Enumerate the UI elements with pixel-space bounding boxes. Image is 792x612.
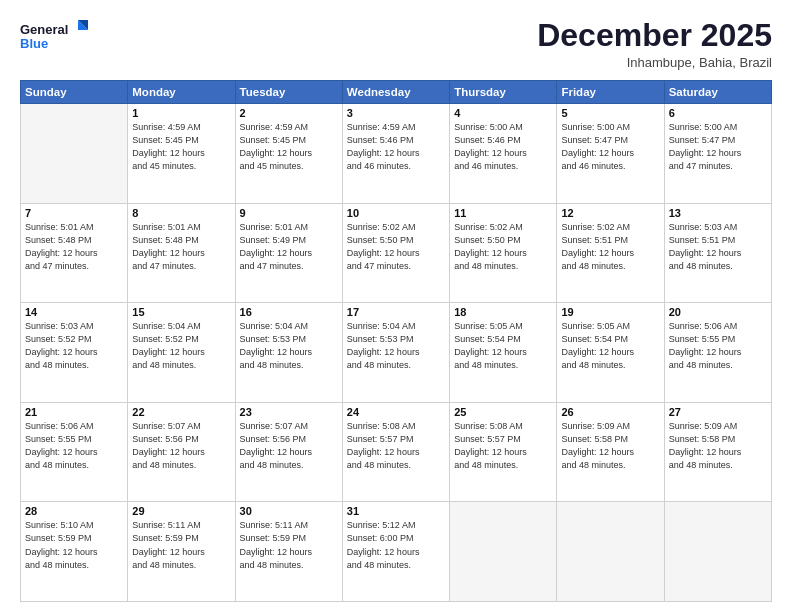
calendar-cell — [664, 502, 771, 602]
main-title: December 2025 — [537, 18, 772, 53]
day-number: 19 — [561, 306, 659, 318]
calendar-week-3: 14Sunrise: 5:03 AMSunset: 5:52 PMDayligh… — [21, 303, 772, 403]
calendar-cell — [557, 502, 664, 602]
day-info: Sunrise: 5:01 AMSunset: 5:49 PMDaylight:… — [240, 221, 338, 273]
day-info: Sunrise: 5:02 AMSunset: 5:50 PMDaylight:… — [454, 221, 552, 273]
calendar-cell: 27Sunrise: 5:09 AMSunset: 5:58 PMDayligh… — [664, 402, 771, 502]
calendar-week-5: 28Sunrise: 5:10 AMSunset: 5:59 PMDayligh… — [21, 502, 772, 602]
calendar-cell: 6Sunrise: 5:00 AMSunset: 5:47 PMDaylight… — [664, 104, 771, 204]
page: General Blue December 2025 Inhambupe, Ba… — [0, 0, 792, 612]
calendar-cell: 22Sunrise: 5:07 AMSunset: 5:56 PMDayligh… — [128, 402, 235, 502]
day-info: Sunrise: 5:04 AMSunset: 5:52 PMDaylight:… — [132, 320, 230, 372]
day-number: 2 — [240, 107, 338, 119]
day-number: 5 — [561, 107, 659, 119]
calendar-cell: 18Sunrise: 5:05 AMSunset: 5:54 PMDayligh… — [450, 303, 557, 403]
calendar-header-row: SundayMondayTuesdayWednesdayThursdayFrid… — [21, 81, 772, 104]
calendar-cell: 21Sunrise: 5:06 AMSunset: 5:55 PMDayligh… — [21, 402, 128, 502]
logo-svg: General Blue — [20, 18, 90, 54]
day-number: 23 — [240, 406, 338, 418]
calendar-cell: 23Sunrise: 5:07 AMSunset: 5:56 PMDayligh… — [235, 402, 342, 502]
day-number: 16 — [240, 306, 338, 318]
calendar-cell: 17Sunrise: 5:04 AMSunset: 5:53 PMDayligh… — [342, 303, 449, 403]
header: General Blue December 2025 Inhambupe, Ba… — [20, 18, 772, 70]
day-number: 3 — [347, 107, 445, 119]
day-info: Sunrise: 5:01 AMSunset: 5:48 PMDaylight:… — [132, 221, 230, 273]
day-number: 11 — [454, 207, 552, 219]
calendar-cell: 4Sunrise: 5:00 AMSunset: 5:46 PMDaylight… — [450, 104, 557, 204]
day-number: 6 — [669, 107, 767, 119]
day-number: 18 — [454, 306, 552, 318]
calendar-header-saturday: Saturday — [664, 81, 771, 104]
day-number: 31 — [347, 505, 445, 517]
day-number: 12 — [561, 207, 659, 219]
day-number: 22 — [132, 406, 230, 418]
calendar-cell: 14Sunrise: 5:03 AMSunset: 5:52 PMDayligh… — [21, 303, 128, 403]
calendar-header-thursday: Thursday — [450, 81, 557, 104]
day-info: Sunrise: 5:03 AMSunset: 5:52 PMDaylight:… — [25, 320, 123, 372]
day-info: Sunrise: 5:03 AMSunset: 5:51 PMDaylight:… — [669, 221, 767, 273]
calendar-week-4: 21Sunrise: 5:06 AMSunset: 5:55 PMDayligh… — [21, 402, 772, 502]
calendar-cell: 1Sunrise: 4:59 AMSunset: 5:45 PMDaylight… — [128, 104, 235, 204]
day-info: Sunrise: 4:59 AMSunset: 5:45 PMDaylight:… — [132, 121, 230, 173]
day-number: 10 — [347, 207, 445, 219]
calendar-cell: 11Sunrise: 5:02 AMSunset: 5:50 PMDayligh… — [450, 203, 557, 303]
day-info: Sunrise: 5:08 AMSunset: 5:57 PMDaylight:… — [454, 420, 552, 472]
calendar-cell: 5Sunrise: 5:00 AMSunset: 5:47 PMDaylight… — [557, 104, 664, 204]
day-info: Sunrise: 5:07 AMSunset: 5:56 PMDaylight:… — [240, 420, 338, 472]
calendar-cell: 15Sunrise: 5:04 AMSunset: 5:52 PMDayligh… — [128, 303, 235, 403]
day-number: 13 — [669, 207, 767, 219]
day-info: Sunrise: 5:07 AMSunset: 5:56 PMDaylight:… — [132, 420, 230, 472]
day-info: Sunrise: 5:02 AMSunset: 5:50 PMDaylight:… — [347, 221, 445, 273]
calendar-header-monday: Monday — [128, 81, 235, 104]
svg-text:General: General — [20, 22, 68, 37]
calendar-cell: 30Sunrise: 5:11 AMSunset: 5:59 PMDayligh… — [235, 502, 342, 602]
calendar-cell: 7Sunrise: 5:01 AMSunset: 5:48 PMDaylight… — [21, 203, 128, 303]
day-info: Sunrise: 4:59 AMSunset: 5:46 PMDaylight:… — [347, 121, 445, 173]
day-info: Sunrise: 5:01 AMSunset: 5:48 PMDaylight:… — [25, 221, 123, 273]
day-info: Sunrise: 5:04 AMSunset: 5:53 PMDaylight:… — [240, 320, 338, 372]
calendar-cell: 20Sunrise: 5:06 AMSunset: 5:55 PMDayligh… — [664, 303, 771, 403]
calendar-cell: 9Sunrise: 5:01 AMSunset: 5:49 PMDaylight… — [235, 203, 342, 303]
day-number: 28 — [25, 505, 123, 517]
day-info: Sunrise: 5:12 AMSunset: 6:00 PMDaylight:… — [347, 519, 445, 571]
day-info: Sunrise: 5:00 AMSunset: 5:47 PMDaylight:… — [669, 121, 767, 173]
calendar-cell: 31Sunrise: 5:12 AMSunset: 6:00 PMDayligh… — [342, 502, 449, 602]
day-info: Sunrise: 5:06 AMSunset: 5:55 PMDaylight:… — [669, 320, 767, 372]
day-number: 4 — [454, 107, 552, 119]
subtitle: Inhambupe, Bahia, Brazil — [537, 55, 772, 70]
calendar-cell: 29Sunrise: 5:11 AMSunset: 5:59 PMDayligh… — [128, 502, 235, 602]
calendar-cell: 19Sunrise: 5:05 AMSunset: 5:54 PMDayligh… — [557, 303, 664, 403]
calendar-cell: 26Sunrise: 5:09 AMSunset: 5:58 PMDayligh… — [557, 402, 664, 502]
day-info: Sunrise: 5:08 AMSunset: 5:57 PMDaylight:… — [347, 420, 445, 472]
day-number: 17 — [347, 306, 445, 318]
calendar-cell: 12Sunrise: 5:02 AMSunset: 5:51 PMDayligh… — [557, 203, 664, 303]
calendar-cell: 16Sunrise: 5:04 AMSunset: 5:53 PMDayligh… — [235, 303, 342, 403]
calendar-cell: 24Sunrise: 5:08 AMSunset: 5:57 PMDayligh… — [342, 402, 449, 502]
calendar-cell: 28Sunrise: 5:10 AMSunset: 5:59 PMDayligh… — [21, 502, 128, 602]
day-info: Sunrise: 5:09 AMSunset: 5:58 PMDaylight:… — [669, 420, 767, 472]
calendar-cell — [21, 104, 128, 204]
calendar-header-sunday: Sunday — [21, 81, 128, 104]
calendar-cell: 8Sunrise: 5:01 AMSunset: 5:48 PMDaylight… — [128, 203, 235, 303]
day-number: 21 — [25, 406, 123, 418]
day-info: Sunrise: 5:11 AMSunset: 5:59 PMDaylight:… — [132, 519, 230, 571]
calendar-week-1: 1Sunrise: 4:59 AMSunset: 5:45 PMDaylight… — [21, 104, 772, 204]
calendar-table: SundayMondayTuesdayWednesdayThursdayFrid… — [20, 80, 772, 602]
calendar-week-2: 7Sunrise: 5:01 AMSunset: 5:48 PMDaylight… — [21, 203, 772, 303]
calendar-header-wednesday: Wednesday — [342, 81, 449, 104]
day-number: 7 — [25, 207, 123, 219]
calendar-cell — [450, 502, 557, 602]
day-info: Sunrise: 5:00 AMSunset: 5:46 PMDaylight:… — [454, 121, 552, 173]
day-info: Sunrise: 5:05 AMSunset: 5:54 PMDaylight:… — [454, 320, 552, 372]
day-number: 26 — [561, 406, 659, 418]
calendar-cell: 3Sunrise: 4:59 AMSunset: 5:46 PMDaylight… — [342, 104, 449, 204]
day-number: 15 — [132, 306, 230, 318]
calendar-cell: 10Sunrise: 5:02 AMSunset: 5:50 PMDayligh… — [342, 203, 449, 303]
calendar-cell: 13Sunrise: 5:03 AMSunset: 5:51 PMDayligh… — [664, 203, 771, 303]
day-info: Sunrise: 4:59 AMSunset: 5:45 PMDaylight:… — [240, 121, 338, 173]
day-info: Sunrise: 5:02 AMSunset: 5:51 PMDaylight:… — [561, 221, 659, 273]
day-info: Sunrise: 5:05 AMSunset: 5:54 PMDaylight:… — [561, 320, 659, 372]
title-block: December 2025 Inhambupe, Bahia, Brazil — [537, 18, 772, 70]
day-number: 24 — [347, 406, 445, 418]
logo: General Blue — [20, 18, 90, 54]
